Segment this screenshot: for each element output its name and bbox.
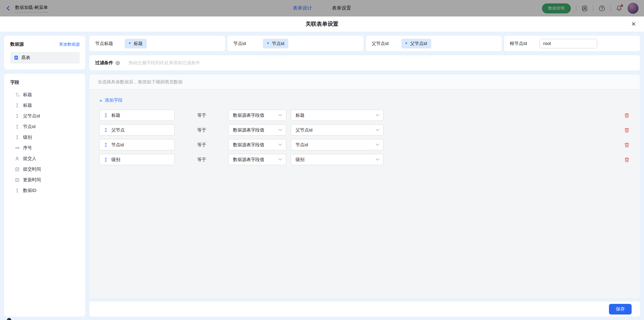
field-tag[interactable]: ▼ 父节点id bbox=[401, 39, 431, 48]
equals-label: 等于 bbox=[197, 112, 206, 118]
chevron-down-icon bbox=[376, 144, 379, 146]
datasource-item[interactable]: 底表 bbox=[10, 52, 80, 64]
fields-card: 字段 123 标题 bbox=[4, 74, 85, 317]
field-list-item[interactable]: 123 数据ID bbox=[10, 185, 83, 196]
rule-field-box[interactable]: 标题 bbox=[99, 110, 175, 121]
rule-field-box[interactable]: 父节点 bbox=[99, 124, 175, 136]
trash-icon bbox=[624, 157, 630, 162]
delete-rule-button[interactable] bbox=[624, 142, 630, 148]
text-field-icon bbox=[15, 135, 20, 140]
delete-rule-button[interactable] bbox=[624, 127, 630, 133]
source-select[interactable]: 数据源表字段值 bbox=[228, 110, 286, 121]
equals-label: 等于 bbox=[197, 127, 206, 133]
chevron-down-icon bbox=[376, 158, 379, 161]
field-label: 更新时间 bbox=[23, 177, 41, 183]
trash-icon bbox=[624, 113, 630, 118]
rule-row: 父节点 等于 数据源表字段值 父节点id bbox=[99, 124, 634, 136]
text-field-icon bbox=[103, 142, 108, 147]
add-field-button[interactable]: + 添加字段 bbox=[99, 97, 123, 103]
person-field-icon bbox=[15, 156, 20, 161]
text-field-icon bbox=[103, 157, 108, 162]
field-list-item[interactable]: 123 父节点id bbox=[10, 111, 83, 121]
trash-icon bbox=[624, 142, 630, 148]
mapping-row: 节点标题 ▼ 标题 节点id ▼ 节点id bbox=[89, 36, 640, 51]
rule-field-label: 标题 bbox=[111, 112, 120, 118]
field-tag-label: 标题 bbox=[134, 41, 143, 47]
related-form-settings-modal: 关联表单设置 × 数据源 更改数据源 底表 字段 bbox=[0, 16, 644, 320]
field-tag-label: 节点id bbox=[272, 41, 284, 47]
mapping-box: 父节点id ▼ 父节点id bbox=[366, 36, 502, 51]
rule-field-label: 父节点 bbox=[111, 127, 125, 133]
close-icon[interactable]: × bbox=[631, 20, 636, 28]
datasource-heading: 数据源 bbox=[10, 41, 24, 47]
number-field-icon: 123 bbox=[15, 146, 19, 149]
value-select[interactable]: 级别 bbox=[291, 154, 384, 165]
document-icon bbox=[14, 55, 19, 60]
modal-header: 关联表单设置 × bbox=[0, 16, 644, 32]
mapping-box: 节点id ▼ 节点id bbox=[227, 36, 363, 51]
change-datasource-link[interactable]: 更改数据源 bbox=[59, 42, 80, 47]
field-label: 序号 bbox=[23, 145, 32, 151]
corner-widget bbox=[7, 318, 11, 320]
filter-settings-icon[interactable] bbox=[115, 60, 120, 66]
screen: 数据加载-树菜单 表单设计 表单设置 数据管理 bbox=[0, 0, 644, 320]
dropdown-triangle-icon: ▼ bbox=[266, 42, 269, 45]
field-list-item[interactable]: 123 标题 bbox=[10, 89, 83, 100]
plus-icon: + bbox=[99, 98, 102, 103]
delete-rule-button[interactable] bbox=[624, 113, 630, 118]
chevron-down-icon bbox=[278, 144, 282, 146]
text-field-icon bbox=[15, 103, 20, 108]
text-field-icon bbox=[15, 114, 20, 118]
chevron-down-icon bbox=[278, 114, 282, 116]
field-list-item[interactable]: 123 提交人 bbox=[10, 153, 83, 164]
text-field-icon bbox=[15, 188, 20, 193]
field-label: 父节点id bbox=[23, 113, 40, 119]
delete-rule-button[interactable] bbox=[624, 157, 630, 162]
dropdown-triangle-icon: ▼ bbox=[405, 42, 408, 45]
field-label: 提交时间 bbox=[23, 166, 41, 172]
field-tag-label: 父节点id bbox=[410, 41, 427, 47]
equals-label: 等于 bbox=[197, 157, 206, 163]
field-label: 标题 bbox=[23, 92, 32, 98]
rule-row: 标题 等于 数据源表字段值 标题 bbox=[99, 110, 634, 121]
calendar-field-icon bbox=[15, 178, 20, 182]
root-id-input[interactable] bbox=[540, 39, 597, 48]
value-select[interactable]: 节点id bbox=[291, 139, 384, 150]
text-field-icon bbox=[103, 113, 108, 118]
field-list-item[interactable]: 123 标题 bbox=[10, 100, 83, 111]
rule-field-box[interactable]: 级别 bbox=[99, 154, 175, 165]
rule-field-label: 节点id bbox=[111, 142, 124, 148]
chevron-down-icon bbox=[376, 114, 379, 116]
value-select[interactable]: 父节点id bbox=[291, 124, 384, 136]
root-id-label: 根节点Id bbox=[510, 41, 540, 47]
sidebar: 数据源 更改数据源 底表 字段 123 bbox=[4, 36, 85, 317]
field-list-item[interactable]: 123 级别 bbox=[10, 132, 83, 142]
text-field-icon bbox=[15, 124, 20, 129]
save-button[interactable]: 保存 bbox=[609, 304, 632, 315]
equals-label: 等于 bbox=[197, 142, 206, 148]
filter-dropzone[interactable]: 拖动左侧字段到此处来添加过滤条件 bbox=[129, 60, 634, 66]
field-tag[interactable]: ▼ 标题 bbox=[125, 39, 147, 48]
datasource-table-name: 底表 bbox=[21, 55, 30, 61]
source-select[interactable]: 数据源表字段值 bbox=[228, 139, 286, 150]
main-area: 节点标题 ▼ 标题 节点id ▼ 节点id bbox=[89, 36, 640, 317]
source-select[interactable]: 数据源表字段值 bbox=[228, 154, 286, 165]
field-tag[interactable]: ▼ 节点id bbox=[263, 39, 288, 48]
value-select[interactable]: 标题 bbox=[291, 110, 384, 121]
field-label: 提交人 bbox=[23, 156, 36, 162]
mapping-label: 节点标题 bbox=[95, 41, 125, 47]
rule-field-box[interactable]: 节点id bbox=[99, 139, 175, 150]
rule-field-label: 级别 bbox=[111, 157, 120, 163]
filter-row: 过滤条件 拖动左侧字段到此处来添加过滤条件 bbox=[89, 55, 640, 70]
dropdown-triangle-icon: ▼ bbox=[128, 42, 131, 45]
field-list-item[interactable]: 123 更新时间 bbox=[10, 174, 83, 185]
field-list-item[interactable]: 123 节点id bbox=[10, 121, 83, 132]
modal-body: 数据源 更改数据源 底表 字段 123 bbox=[0, 32, 644, 320]
source-select[interactable]: 数据源表字段值 bbox=[228, 124, 286, 136]
calendar-field-icon bbox=[15, 167, 20, 172]
field-list-item[interactable]: 123 序号 bbox=[10, 142, 83, 153]
field-list-item[interactable]: 123 提交时间 bbox=[10, 164, 83, 174]
chevron-down-icon bbox=[278, 129, 282, 131]
field-label: 级别 bbox=[23, 134, 32, 140]
modal-dim-overlay bbox=[0, 0, 644, 16]
